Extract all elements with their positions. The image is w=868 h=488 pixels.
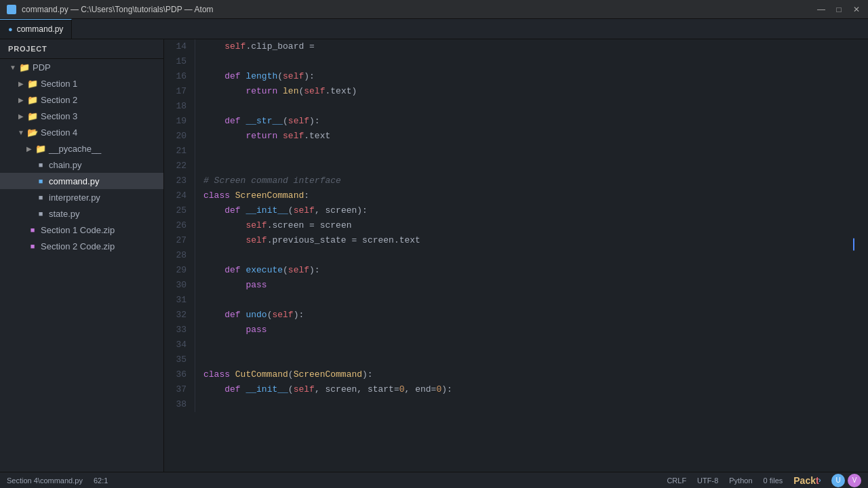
zip-icon: ■ — [27, 224, 38, 235]
arrow-icon: ▶ — [24, 144, 34, 153]
sidebar-item-section2[interactable]: ▶ 📁 Section 2 — [0, 92, 163, 108]
close-button[interactable]: ✕ — [852, 5, 861, 14]
main-layout: Project ▼ 📁 PDP ▶ 📁 Section 1 ▶ 📁 Sectio… — [0, 39, 868, 472]
sidebar-item-command-py[interactable]: ▶ ■ command.py — [0, 173, 163, 189]
sidebar-item-section3[interactable]: ▶ 📁 Section 3 — [0, 108, 163, 124]
file-location: Section 4\command.py — [7, 476, 83, 485]
avatar-area: U V — [831, 474, 861, 487]
sidebar-item-label: Section 1 Code.zip — [41, 225, 115, 235]
user-avatar: U — [831, 474, 845, 487]
minimize-button[interactable]: — — [816, 5, 826, 14]
sidebar-item-label: Section 2 Code.zip — [41, 241, 115, 251]
folder-icon: 📁 — [27, 110, 38, 121]
folder-icon: 📁 — [35, 143, 46, 154]
sidebar-item-label: interpreter.py — [49, 192, 100, 203]
statusbar-left: Section 4\command.py 62:1 — [7, 476, 108, 485]
user-avatar-2: V — [848, 474, 861, 487]
tab-label: command.py — [17, 24, 64, 34]
packt-logo: Packt › — [793, 475, 821, 486]
window-title: command.py — C:\Users\Tong\tutorials\PDP… — [22, 5, 214, 14]
statusbar: Section 4\command.py 62:1 CRLF UTF-8 Pyt… — [0, 472, 868, 488]
folder-open-icon: 📂 — [27, 127, 38, 138]
sidebar-item-label: PDP — [33, 62, 51, 73]
packt-logo-text: Pack — [793, 475, 816, 486]
sidebar-item-label: command.py — [49, 176, 99, 186]
folder-icon: 📁 — [19, 62, 30, 73]
sidebar-item-section1-zip[interactable]: ▶ ■ Section 1 Code.zip — [0, 222, 163, 238]
line-ending[interactable]: CRLF — [667, 476, 686, 485]
maximize-button[interactable]: □ — [834, 5, 844, 14]
folder-icon: 📁 — [27, 94, 38, 105]
line-numbers: 14 15 16 17 18 19 20 21 22 23 24 25 26 2… — [164, 39, 195, 412]
sidebar-item-pycache[interactable]: ▶ 📁 __pycache__ — [0, 140, 163, 157]
arrow-icon: ▶ — [16, 95, 26, 104]
sidebar-item-label: Section 4 — [41, 127, 77, 138]
file-icon: ■ — [35, 159, 46, 170]
code-container: 14 15 16 17 18 19 20 21 22 23 24 25 26 2… — [164, 39, 868, 412]
file-icon: ■ — [35, 176, 46, 186]
sidebar-item-chain-py[interactable]: ▶ ■ chain.py — [0, 157, 163, 173]
sidebar-item-section2-zip[interactable]: ▶ ■ Section 2 Code.zip — [0, 238, 163, 254]
file-icon: ■ — [35, 208, 46, 219]
sidebar-header: Project — [0, 39, 163, 59]
file-icon: ■ — [35, 192, 46, 203]
tab-bar: ● command.py — [0, 19, 868, 39]
sidebar-item-label: __pycache__ — [49, 144, 101, 154]
sidebar-item-section4[interactable]: ▼ 📂 Section 4 — [0, 124, 163, 140]
encoding[interactable]: UTF-8 — [697, 476, 718, 485]
sidebar-item-label: Section 3 — [41, 111, 77, 121]
statusbar-right: CRLF UTF-8 Python 0 files Packt › U V — [667, 474, 861, 487]
sidebar-item-interpreter-py[interactable]: ▶ ■ interpreter.py — [0, 189, 163, 205]
sidebar-item-label: Section 2 — [41, 95, 77, 105]
code-lines: self.clip_board = def length(self): retu… — [195, 39, 868, 412]
language[interactable]: Python — [729, 476, 752, 485]
folder-icon: 📁 — [27, 78, 38, 89]
atom-icon — [7, 5, 16, 14]
arrow-icon: ▶ — [16, 111, 26, 121]
sidebar-item-state-py[interactable]: ▶ ■ state.py — [0, 205, 163, 222]
cursor-beam — [853, 238, 854, 251]
window-controls: — □ ✕ — [816, 5, 861, 14]
cursor-position: 62:1 — [94, 476, 108, 485]
arrow-icon: ▼ — [16, 127, 26, 137]
file-count: 0 files — [764, 476, 783, 485]
sidebar-item-label: Section 1 — [41, 79, 77, 89]
zip-icon: ■ — [27, 241, 38, 251]
sidebar-item-pdp[interactable]: ▼ 📁 PDP — [0, 59, 163, 75]
sidebar[interactable]: Project ▼ 📁 PDP ▶ 📁 Section 1 ▶ 📁 Sectio… — [0, 39, 164, 472]
titlebar: command.py — C:\Users\Tong\tutorials\PDP… — [0, 0, 868, 19]
sidebar-item-label: state.py — [49, 209, 80, 219]
sidebar-item-label: chain.py — [49, 160, 81, 170]
sidebar-item-section1[interactable]: ▶ 📁 Section 1 — [0, 75, 163, 92]
code-editor[interactable]: 14 15 16 17 18 19 20 21 22 23 24 25 26 2… — [164, 39, 868, 472]
tab-file-icon: ● — [8, 25, 13, 33]
tab-command-py[interactable]: ● command.py — [0, 19, 72, 39]
arrow-icon: ▼ — [8, 62, 18, 72]
arrow-icon: ▶ — [16, 79, 26, 88]
